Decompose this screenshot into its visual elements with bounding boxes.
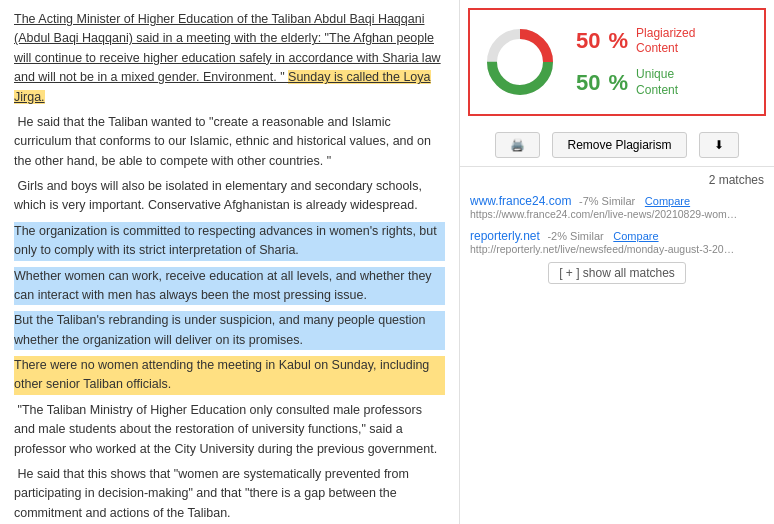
match-1-similarity: -7% Similar (579, 195, 635, 207)
paragraph-1: The Acting Minister of Higher Education … (14, 10, 445, 107)
match-1-header: www.france24.com -7% Similar Compare (470, 193, 764, 208)
show-all-link[interactable]: [ + ] show all matches (548, 262, 686, 284)
download-button[interactable]: ⬇ (699, 132, 739, 158)
plagiarized-pct-sign: % (608, 28, 628, 54)
right-panel: 50% PlagiarizedContent 50% UniqueContent… (460, 0, 774, 524)
unique-pct-sign: % (608, 70, 628, 96)
paragraph-7: There were no women attending the meetin… (14, 356, 445, 395)
print-button[interactable]: 🖨️ (495, 132, 540, 158)
match-1-site[interactable]: www.france24.com (470, 194, 571, 208)
paragraph-6: But the Taliban's rebranding is under su… (14, 311, 445, 350)
unique-stat: 50% UniqueContent (576, 67, 695, 98)
match-item-1: www.france24.com -7% Similar Compare htt… (470, 193, 764, 220)
paragraph-2: He said that the Taliban wanted to "crea… (14, 113, 445, 171)
unique-percent: 50 (576, 70, 600, 96)
paragraph-4: The organization is committed to respect… (14, 222, 445, 261)
match-2-similarity: -2% Similar (547, 230, 603, 242)
match-1-url: https://www.france24.com/en/live-news/20… (470, 208, 740, 220)
plagiarized-percent: 50 (576, 28, 600, 54)
matches-count: 2 matches (470, 173, 764, 187)
unique-label: UniqueContent (636, 67, 678, 98)
paragraph-3: Girls and boys will also be isolated in … (14, 177, 445, 216)
plagiarism-summary: 50% PlagiarizedContent 50% UniqueContent (468, 8, 766, 116)
text-panel: The Acting Minister of Higher Education … (0, 0, 460, 524)
paragraph-8: "The Taliban Ministry of Higher Educatio… (14, 401, 445, 459)
paragraph-9: He said that this shows that "women are … (14, 465, 445, 523)
match-2-url: http://reporterly.net/live/newsfeed/mond… (470, 243, 740, 255)
match-1-compare[interactable]: Compare (645, 195, 690, 207)
donut-stats: 50% PlagiarizedContent 50% UniqueContent (576, 26, 695, 98)
donut-chart (480, 22, 560, 102)
download-icon: ⬇ (714, 138, 724, 152)
print-icon: 🖨️ (510, 138, 525, 152)
match-2-compare[interactable]: Compare (613, 230, 658, 242)
show-all-matches: [ + ] show all matches (470, 265, 764, 280)
remove-plagiarism-button[interactable]: Remove Plagiarism (552, 132, 686, 158)
paragraph-5: Whether women can work, receive educatio… (14, 267, 445, 306)
matches-section: 2 matches www.france24.com -7% Similar C… (460, 167, 774, 286)
match-item-2: reporterly.net -2% Similar Compare http:… (470, 228, 764, 255)
action-bar: 🖨️ Remove Plagiarism ⬇ (460, 124, 774, 167)
plagiarized-label: PlagiarizedContent (636, 26, 695, 57)
match-2-site[interactable]: reporterly.net (470, 229, 540, 243)
plagiarized-stat: 50% PlagiarizedContent (576, 26, 695, 57)
match-2-header: reporterly.net -2% Similar Compare (470, 228, 764, 243)
